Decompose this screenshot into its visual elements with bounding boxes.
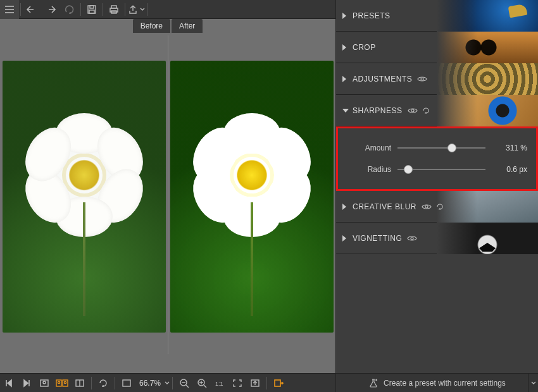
- zoom-out-button[interactable]: [175, 374, 193, 393]
- separator: [20, 3, 21, 16]
- create-preset-bar[interactable]: Create a preset with current settings: [335, 373, 538, 392]
- reset-icon[interactable]: [422, 107, 430, 114]
- panel-adjustments[interactable]: ADJUSTMENTS: [336, 63, 538, 95]
- compare-panes: [0, 35, 335, 354]
- menu-icon: [4, 5, 15, 14]
- radius-slider[interactable]: [397, 165, 485, 174]
- skip-start-button[interactable]: [0, 374, 18, 393]
- one-to-one-icon: 1:1: [214, 379, 225, 388]
- compare-tabs: Before After: [0, 19, 335, 35]
- svg-text:1:1: 1:1: [215, 381, 223, 387]
- separator: [125, 3, 125, 16]
- print-button[interactable]: [104, 0, 123, 19]
- panel-sharpness[interactable]: SHARPNESS: [336, 95, 538, 126]
- svg-rect-4: [90, 6, 94, 8]
- eye-icon[interactable]: [422, 203, 432, 211]
- panel-presets[interactable]: PRESETS: [336, 0, 538, 32]
- redo-step-button[interactable]: [60, 0, 79, 19]
- export-button[interactable]: [246, 374, 264, 393]
- flask-icon: [368, 378, 378, 388]
- svg-rect-5: [89, 10, 94, 13]
- separator: [147, 3, 147, 16]
- panel-label: SHARPNESS: [336, 106, 403, 115]
- save-button[interactable]: [82, 0, 101, 19]
- chevron-down-icon: [140, 8, 145, 11]
- amount-slider[interactable]: [397, 144, 485, 152]
- radius-label: Radius: [347, 165, 391, 174]
- skip-end-icon: [22, 379, 31, 388]
- before-tab[interactable]: Before: [133, 19, 170, 33]
- radius-row: Radius 0.6 px: [347, 161, 527, 178]
- separator: [91, 377, 92, 389]
- eye-icon[interactable]: [408, 107, 418, 114]
- split-view-icon: [56, 379, 68, 388]
- fit-screen-button[interactable]: [228, 374, 246, 393]
- redo-button[interactable]: [41, 0, 60, 19]
- share-button[interactable]: [127, 0, 146, 19]
- panel-label: VIGNETTING: [336, 234, 402, 243]
- separator: [80, 3, 81, 16]
- preset-dropdown[interactable]: [528, 374, 538, 392]
- fit-icon: [122, 379, 132, 388]
- svg-rect-23: [123, 380, 130, 386]
- chevron-down-icon[interactable]: [165, 381, 170, 385]
- single-view-button[interactable]: [35, 374, 53, 393]
- svg-rect-33: [275, 380, 280, 386]
- export-icon: [250, 379, 260, 388]
- zoom-in-icon: [197, 378, 207, 388]
- separator: [172, 377, 173, 389]
- svg-point-19: [58, 381, 59, 383]
- panel-label: CREATIVE BLUR: [336, 202, 416, 211]
- rotate-button[interactable]: [94, 374, 112, 393]
- panel-crop[interactable]: CROP: [336, 32, 538, 63]
- undo-button[interactable]: [22, 0, 41, 19]
- one-to-one-button[interactable]: 1:1: [211, 374, 228, 393]
- svg-point-20: [64, 381, 66, 383]
- create-preset-label: Create a preset with current settings: [384, 379, 506, 388]
- reset-icon[interactable]: [435, 203, 444, 211]
- after-image: [170, 61, 334, 333]
- panel-vignetting[interactable]: VIGNETTING: [336, 223, 538, 254]
- separator: [115, 377, 115, 389]
- skip-end-button[interactable]: [18, 374, 35, 393]
- svg-point-36: [425, 205, 428, 208]
- eye-icon[interactable]: [407, 235, 417, 242]
- chevron-down-icon: [531, 381, 536, 385]
- redo-step-icon: [64, 4, 75, 15]
- toggle-view-button[interactable]: [71, 374, 89, 393]
- apply-button[interactable]: [270, 374, 287, 393]
- svg-line-25: [186, 385, 189, 388]
- zoom-in-button[interactable]: [193, 374, 211, 393]
- before-image: [3, 61, 166, 333]
- slider-thumb[interactable]: [447, 144, 456, 152]
- separator: [103, 3, 103, 16]
- panel-label: PRESETS: [336, 11, 391, 20]
- split-view-button[interactable]: [53, 374, 71, 393]
- panel-label: CROP: [336, 43, 376, 52]
- rotate-icon: [98, 378, 108, 388]
- amount-row: Amount 311 %: [347, 140, 527, 156]
- fit-screen-icon: [232, 379, 242, 388]
- slider-thumb[interactable]: [404, 165, 413, 174]
- eye-icon[interactable]: [417, 75, 427, 83]
- svg-point-34: [421, 78, 423, 80]
- before-pane[interactable]: [0, 35, 168, 354]
- apply-icon: [273, 379, 284, 388]
- after-pane[interactable]: [168, 35, 335, 354]
- zoom-value: 66.7%: [135, 379, 165, 388]
- share-icon: [127, 4, 139, 15]
- toggle-view-icon: [75, 379, 85, 388]
- single-view-icon: [39, 379, 49, 388]
- svg-line-28: [204, 385, 206, 388]
- after-tab[interactable]: After: [172, 19, 203, 33]
- separator: [266, 377, 267, 389]
- panel-creative-blur[interactable]: CREATIVE BLUR: [336, 191, 538, 223]
- save-icon: [87, 4, 97, 15]
- menu-button[interactable]: [0, 0, 19, 19]
- svg-point-35: [411, 109, 414, 112]
- amount-value: 311 %: [492, 144, 527, 152]
- amount-label: Amount: [347, 144, 391, 152]
- right-panel: PRESETS CROP ADJUSTMENTS SHARPNESS Amoun…: [335, 0, 538, 373]
- fit-button[interactable]: [118, 374, 135, 393]
- redo-icon: [45, 4, 56, 15]
